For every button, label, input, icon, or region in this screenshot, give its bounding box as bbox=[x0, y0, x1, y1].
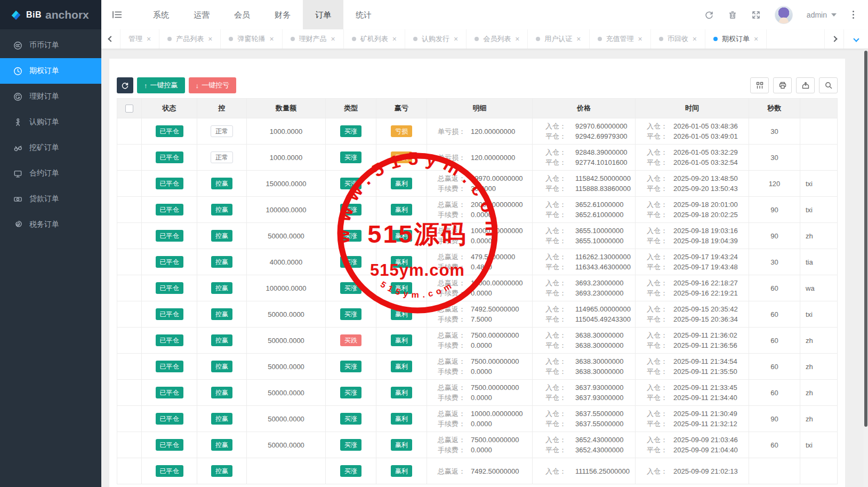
trash-icon[interactable] bbox=[728, 10, 737, 20]
control-button[interactable]: 控赢 bbox=[211, 204, 232, 215]
search-zoom-icon[interactable] bbox=[819, 77, 838, 93]
tab-status-dot bbox=[352, 37, 356, 41]
control-button[interactable]: 控赢 bbox=[211, 439, 232, 451]
nav-item-operation[interactable]: 运营 bbox=[181, 0, 222, 29]
detail-value: 0.0000 bbox=[471, 288, 492, 298]
control-button[interactable]: 控赢 bbox=[211, 178, 232, 189]
fullscreen-icon[interactable] bbox=[751, 10, 761, 20]
tab-close-icon[interactable]: × bbox=[454, 35, 458, 43]
tabs-dropdown-icon[interactable] bbox=[843, 29, 868, 49]
seconds-cell: 90 bbox=[749, 406, 800, 432]
control-button[interactable]: 控赢 bbox=[211, 230, 232, 242]
control-button[interactable]: 控赢 bbox=[211, 282, 232, 294]
control-button[interactable]: 控赢 bbox=[211, 465, 232, 477]
nav-item-finance[interactable]: 财务 bbox=[262, 0, 303, 29]
sidebar-item-mining-orders[interactable]: 挖矿订单 bbox=[0, 135, 101, 161]
control-button[interactable]: 正常 bbox=[211, 151, 233, 163]
header-cell-6: 明细 bbox=[427, 99, 533, 118]
tab-6[interactable]: 会员列表× bbox=[467, 29, 528, 49]
time-label: 平仓： bbox=[647, 340, 673, 350]
page-scrollbar-thumb[interactable] bbox=[864, 51, 867, 427]
brand-name: anchorx bbox=[45, 9, 89, 21]
detail-value: 0.0000 bbox=[471, 445, 492, 455]
tab-1[interactable]: 产品列表× bbox=[159, 29, 221, 49]
tab-close-icon[interactable]: × bbox=[693, 35, 697, 43]
sidebar-item-loan-orders[interactable]: 贷款订单 bbox=[0, 186, 101, 212]
time-label: 平仓： bbox=[647, 183, 673, 194]
control-button[interactable]: 控赢 bbox=[211, 387, 232, 398]
control-cell: 控赢 bbox=[197, 171, 247, 196]
tab-close-icon[interactable]: × bbox=[147, 35, 151, 43]
select-all-checkbox[interactable] bbox=[125, 105, 133, 113]
tab-9[interactable]: 币回收× bbox=[651, 29, 705, 49]
type-badge: 买涨 bbox=[340, 178, 361, 189]
tab-close-icon[interactable]: × bbox=[269, 35, 274, 43]
price-label: 入仓： bbox=[545, 226, 575, 236]
tab-close-icon[interactable]: × bbox=[576, 35, 581, 43]
sidebar-item-label: 税务订单 bbox=[29, 220, 59, 229]
header-cell-5: 赢亏 bbox=[376, 99, 427, 118]
sidebar-item-option-orders[interactable]: 期权订单 bbox=[0, 58, 101, 84]
tab-2[interactable]: 弹窗轮播× bbox=[221, 29, 282, 49]
force-win-button[interactable]: ↑ 一键控赢 bbox=[137, 77, 185, 93]
tab-status-dot bbox=[229, 37, 233, 41]
control-button[interactable]: 正常 bbox=[211, 125, 233, 137]
type-cell: 买涨 bbox=[326, 197, 376, 222]
time-value: 2025-09-18 19:03:16 bbox=[673, 226, 738, 236]
result-cell: 赢利 bbox=[376, 171, 427, 196]
sidebar-item-tax-orders[interactable]: 税务订单 bbox=[0, 212, 101, 237]
tab-3[interactable]: 理财产品× bbox=[283, 29, 344, 49]
control-button[interactable]: 控赢 bbox=[211, 308, 232, 320]
status-badge: 已平仓 bbox=[156, 361, 183, 372]
price-value: 3652.61000000 bbox=[575, 199, 623, 210]
tab-7[interactable]: 用户认证× bbox=[528, 29, 589, 49]
tab-close-icon[interactable]: × bbox=[754, 35, 758, 43]
control-button[interactable]: 控赢 bbox=[211, 334, 232, 346]
user-menu[interactable]: admin bbox=[807, 11, 837, 19]
price-label: 平仓： bbox=[545, 131, 575, 141]
sidebar-item-subscribe-orders[interactable]: 认购订单 bbox=[0, 109, 101, 135]
tab-0[interactable]: 管理× bbox=[120, 29, 159, 49]
avatar[interactable] bbox=[775, 6, 793, 24]
refresh-icon[interactable] bbox=[704, 10, 714, 20]
type-badge: 买涨 bbox=[340, 204, 361, 215]
control-button[interactable]: 控赢 bbox=[211, 413, 232, 425]
control-button[interactable]: 控赢 bbox=[211, 361, 232, 372]
sidebar-item-coin-orders[interactable]: 币币订单 bbox=[0, 33, 101, 58]
sidebar-item-contract-orders[interactable]: 合约订单 bbox=[0, 161, 101, 186]
sidebar-item-label: 认购订单 bbox=[29, 117, 59, 127]
tab-10[interactable]: 期权订单× bbox=[705, 29, 767, 49]
tab-label: 充值管理 bbox=[606, 34, 634, 44]
price-value: 115888.83860000 bbox=[575, 183, 631, 194]
user-cell: tia bbox=[800, 249, 837, 275]
time-value: 2025-09-18 19:04:39 bbox=[673, 236, 738, 246]
nav-item-member[interactable]: 会员 bbox=[222, 0, 262, 29]
row-select-cell bbox=[117, 301, 142, 327]
tab-5[interactable]: 认购发行× bbox=[405, 29, 467, 49]
result-cell: 赢利 bbox=[376, 380, 427, 405]
print-icon[interactable] bbox=[773, 77, 792, 93]
nav-item-order[interactable]: 订单 bbox=[303, 0, 343, 29]
status-cell: 已平仓 bbox=[142, 380, 197, 405]
tabs-scroll-right-icon[interactable] bbox=[824, 29, 843, 49]
tab-close-icon[interactable]: × bbox=[515, 35, 519, 43]
more-options-icon[interactable] bbox=[850, 9, 856, 21]
tab-close-icon[interactable]: × bbox=[392, 35, 397, 43]
result-badge: 赢利 bbox=[391, 413, 412, 425]
tabs-scroll-left-icon[interactable] bbox=[101, 29, 120, 49]
tab-close-icon[interactable]: × bbox=[208, 35, 212, 43]
time-value: 2025-09-17 19:43:24 bbox=[673, 252, 738, 262]
tab-8[interactable]: 充值管理× bbox=[590, 29, 651, 49]
table-refresh-button[interactable] bbox=[117, 77, 133, 93]
tab-close-icon[interactable]: × bbox=[638, 35, 642, 43]
nav-item-stats[interactable]: 统计 bbox=[343, 0, 384, 29]
collapse-sidebar-icon[interactable] bbox=[101, 0, 131, 29]
tab-4[interactable]: 矿机列表× bbox=[344, 29, 405, 49]
tab-close-icon[interactable]: × bbox=[331, 35, 335, 43]
sidebar-item-wealth-orders[interactable]: 理财订单 bbox=[0, 84, 101, 109]
export-icon[interactable] bbox=[796, 77, 815, 93]
columns-toggle-icon[interactable] bbox=[750, 77, 769, 93]
nav-item-system[interactable]: 系统 bbox=[141, 0, 181, 29]
force-lose-button[interactable]: ↓ 一键控亏 bbox=[189, 77, 237, 93]
control-button[interactable]: 控赢 bbox=[211, 256, 232, 268]
